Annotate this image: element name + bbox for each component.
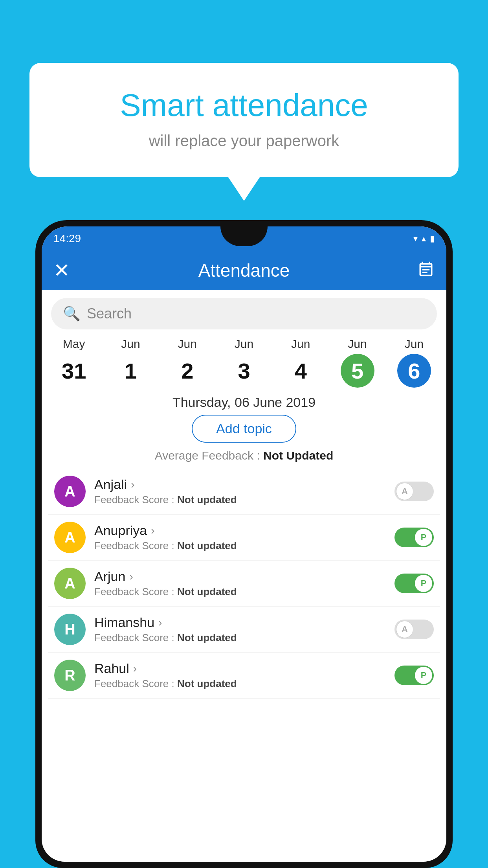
selected-date: Thursday, 06 June 2019 — [42, 395, 446, 410]
search-bar[interactable]: 🔍 Search — [51, 298, 437, 329]
avg-feedback-value: Not Updated — [263, 449, 333, 462]
notch — [220, 226, 268, 246]
toggle-knob-4: P — [415, 667, 432, 684]
status-bar: 14:29 ▾ ▴ ▮ — [42, 226, 446, 251]
calendar-icon[interactable] — [417, 260, 435, 281]
avatar-3: H — [54, 614, 86, 645]
toggle-knob-3: A — [396, 621, 413, 638]
student-info-4: Rahul ›Feedback Score : Not updated — [94, 661, 386, 690]
student-name-2: Arjun › — [94, 569, 386, 584]
date-item-3[interactable]: Jun3 — [226, 337, 262, 388]
avg-feedback-label: Average Feedback : — [155, 449, 260, 462]
avatar-4: R — [54, 660, 86, 691]
student-name-0: Anjali › — [94, 477, 386, 492]
speech-bubble-subtitle: will replace your paperwork — [53, 132, 435, 150]
student-info-0: Anjali ›Feedback Score : Not updated — [94, 477, 386, 506]
toggle-4[interactable]: P — [394, 666, 434, 685]
date-month-3: Jun — [235, 337, 253, 351]
speech-bubble: Smart attendance will replace your paper… — [29, 63, 459, 177]
student-item-3[interactable]: HHimanshu ›Feedback Score : Not updatedA — [48, 607, 440, 653]
search-placeholder: Search — [87, 305, 132, 322]
student-info-3: Himanshu ›Feedback Score : Not updated — [94, 615, 386, 644]
date-day-4: 4 — [284, 354, 317, 388]
student-info-2: Arjun ›Feedback Score : Not updated — [94, 569, 386, 598]
date-day-0: 31 — [57, 354, 91, 388]
student-name-1: Anupriya › — [94, 523, 386, 538]
speech-bubble-title: Smart attendance — [53, 86, 435, 124]
date-month-1: Jun — [121, 337, 140, 351]
toggle-1[interactable]: P — [394, 528, 434, 547]
status-time: 14:29 — [53, 232, 81, 245]
toggle-0[interactable]: A — [394, 482, 434, 501]
date-item-5[interactable]: Jun5 — [340, 337, 375, 388]
wifi-icon: ▾ — [413, 234, 418, 244]
student-name-4: Rahul › — [94, 661, 386, 676]
toggle-knob-2: P — [415, 575, 432, 592]
date-item-6[interactable]: Jun6 — [396, 337, 432, 388]
student-list: AAnjali ›Feedback Score : Not updatedAAA… — [42, 469, 446, 699]
phone-frame: 14:29 ▾ ▴ ▮ ✕ Attendance 🔍 Search — [35, 220, 453, 868]
date-month-6: Jun — [405, 337, 424, 351]
toggle-knob-1: P — [415, 529, 432, 546]
battery-icon: ▮ — [430, 234, 435, 244]
date-item-2[interactable]: Jun2 — [170, 337, 205, 388]
student-info-1: Anupriya ›Feedback Score : Not updated — [94, 523, 386, 552]
app-bar-title: Attendance — [198, 260, 290, 281]
speech-bubble-arrow — [228, 177, 260, 201]
app-bar: ✕ Attendance — [42, 251, 446, 290]
toggle-3[interactable]: A — [394, 620, 434, 639]
feedback-score-0: Feedback Score : Not updated — [94, 494, 386, 506]
date-month-5: Jun — [348, 337, 367, 351]
content-area: 🔍 Search May31Jun1Jun2Jun3Jun4Jun5Jun6 T… — [42, 290, 446, 861]
feedback-score-2: Feedback Score : Not updated — [94, 586, 386, 598]
date-day-3: 3 — [227, 354, 261, 388]
date-month-4: Jun — [291, 337, 310, 351]
feedback-score-1: Feedback Score : Not updated — [94, 540, 386, 552]
date-day-2: 2 — [171, 354, 204, 388]
avg-feedback: Average Feedback : Not Updated — [42, 449, 446, 462]
date-day-6: 6 — [397, 354, 431, 388]
avatar-0: A — [54, 476, 86, 507]
date-month-2: Jun — [178, 337, 197, 351]
avatar-2: A — [54, 568, 86, 599]
date-item-1[interactable]: Jun1 — [113, 337, 148, 388]
search-icon: 🔍 — [63, 305, 81, 322]
date-selector: May31Jun1Jun2Jun3Jun4Jun5Jun6 — [42, 333, 446, 388]
toggle-2[interactable]: P — [394, 574, 434, 593]
student-item-1[interactable]: AAnupriya ›Feedback Score : Not updatedP — [48, 515, 440, 561]
feedback-score-3: Feedback Score : Not updated — [94, 632, 386, 644]
close-button[interactable]: ✕ — [53, 261, 70, 280]
avatar-1: A — [54, 522, 86, 553]
date-day-5: 5 — [341, 354, 374, 388]
student-item-4[interactable]: RRahul ›Feedback Score : Not updatedP — [48, 653, 440, 699]
phone-inner: 14:29 ▾ ▴ ▮ ✕ Attendance 🔍 Search — [42, 226, 446, 862]
date-item-4[interactable]: Jun4 — [283, 337, 318, 388]
speech-bubble-container: Smart attendance will replace your paper… — [29, 63, 459, 201]
signal-icon: ▴ — [422, 234, 426, 244]
status-icons: ▾ ▴ ▮ — [413, 234, 435, 244]
student-name-3: Himanshu › — [94, 615, 386, 630]
toggle-knob-0: A — [396, 483, 413, 500]
feedback-score-4: Feedback Score : Not updated — [94, 678, 386, 690]
date-month-0: May — [63, 337, 85, 351]
date-day-1: 1 — [114, 354, 147, 388]
date-item-0[interactable]: May31 — [56, 337, 92, 388]
student-item-2[interactable]: AArjun ›Feedback Score : Not updatedP — [48, 561, 440, 607]
student-item-0[interactable]: AAnjali ›Feedback Score : Not updatedA — [48, 469, 440, 515]
add-topic-button[interactable]: Add topic — [192, 415, 296, 443]
